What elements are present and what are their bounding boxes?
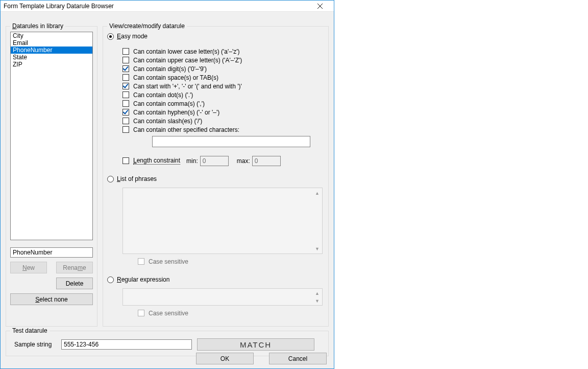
sample-string-label: Sample string	[10, 341, 56, 348]
test-group-label: Test datarule	[10, 327, 50, 334]
list-of-phrases-radio[interactable]: List of phrases	[107, 175, 324, 182]
min-label: min:	[186, 157, 198, 165]
sidebar-group: Datarules in library CityEmailPhoneNumbe…	[6, 26, 97, 327]
regex-case-sensitive-label: Case sensitive	[149, 310, 188, 317]
easy-check-row: Can contain digit(s) ('0'–'9')	[122, 64, 324, 73]
regex-radio[interactable]: Regular expression	[107, 276, 324, 283]
easy-check-row: Can contain other specified characters:	[122, 125, 324, 134]
easy-check[interactable]	[122, 74, 129, 81]
footer-buttons: OK Cancel	[196, 353, 327, 364]
easy-check-row: Can start with '+', '-' or '(' and end w…	[122, 82, 324, 90]
sample-string-input[interactable]	[61, 339, 192, 350]
regex-case-sensitive-check[interactable]	[138, 310, 144, 316]
easy-check[interactable]	[122, 126, 129, 133]
easy-check[interactable]	[122, 65, 129, 72]
list-item[interactable]: ZIP	[11, 61, 92, 68]
list-item[interactable]: PhoneNumber	[11, 47, 92, 54]
easy-check-row: Can contain space(s) or TAB(s)	[122, 73, 324, 82]
detail-group: View/create/modify datarule Easy mode Ca…	[103, 26, 329, 327]
delete-button[interactable]: Delete	[56, 278, 93, 289]
titlebar: Form Template Library Datarule Browser	[1, 1, 334, 12]
close-button[interactable]	[308, 1, 332, 11]
datarule-listbox[interactable]: CityEmailPhoneNumberStateZIP	[10, 32, 93, 240]
length-constraint-label: Length constraint	[133, 157, 180, 165]
easy-check[interactable]	[122, 83, 129, 89]
regex-radio-input[interactable]	[107, 276, 114, 283]
scroll-up-icon[interactable]: ▲	[313, 289, 321, 297]
cancel-button[interactable]: Cancel	[269, 353, 327, 364]
list-item[interactable]: State	[11, 54, 92, 61]
min-input[interactable]	[200, 156, 229, 166]
rename-button[interactable]: Rename	[56, 262, 93, 273]
phrases-case-sensitive-check[interactable]	[138, 258, 144, 265]
scroll-down-icon[interactable]: ▼	[313, 245, 321, 252]
easy-check-row: Can contain hyphen(s) ('-' or '–')	[122, 108, 324, 117]
length-constraint-check[interactable]	[122, 157, 129, 164]
max-input[interactable]	[252, 156, 281, 166]
easy-check[interactable]	[122, 109, 129, 116]
easy-check-row: Can contain lower case letter(s) ('a'–'z…	[122, 47, 324, 56]
easy-check-label: Can contain comma(s) (',')	[133, 100, 205, 107]
ok-button[interactable]: OK	[196, 353, 254, 364]
easy-checks-area: Can contain lower case letter(s) ('a'–'z…	[122, 47, 324, 134]
regex-input[interactable]: ▲ ▼	[122, 288, 323, 306]
easy-check[interactable]	[122, 118, 129, 124]
easy-check-label: Can start with '+', '-' or '(' and end w…	[133, 83, 242, 90]
datarule-name-input[interactable]	[10, 247, 93, 258]
sidebar-group-label: Datarules in library	[10, 22, 65, 30]
easy-check-row: Can contain comma(s) (',')	[122, 99, 324, 108]
easy-check-row: Can contain upper case letter(s) ('A'–'Z…	[122, 56, 324, 64]
close-icon	[317, 4, 323, 9]
easy-check[interactable]	[122, 48, 129, 55]
easy-check-label: Can contain digit(s) ('0'–'9')	[133, 65, 207, 73]
phrases-case-sensitive-label: Case sensitive	[149, 258, 188, 265]
easy-check-row: Can contain slash(es) ('/')	[122, 117, 324, 125]
easy-check[interactable]	[122, 91, 129, 98]
window-title: Form Template Library Datarule Browser	[4, 3, 308, 10]
list-item[interactable]: City	[11, 32, 92, 39]
list-item[interactable]: Email	[11, 39, 92, 47]
easy-check-label: Can contain upper case letter(s) ('A'–'Z…	[133, 57, 242, 64]
scroll-up-icon[interactable]: ▲	[313, 189, 321, 197]
phrases-textarea[interactable]: ▲ ▼	[122, 188, 323, 254]
match-button[interactable]: MATCH	[197, 338, 314, 351]
easy-mode-radio-input[interactable]	[107, 33, 114, 40]
select-none-button[interactable]: Select none	[10, 293, 93, 305]
easy-check-label: Can contain other specified characters:	[133, 126, 239, 133]
max-label: max:	[237, 157, 250, 165]
easy-check-row: Can contain dot(s) ('.')	[122, 90, 324, 99]
easy-check-label: Can contain dot(s) ('.')	[133, 91, 193, 99]
client-area: Datarules in library CityEmailPhoneNumbe…	[1, 12, 334, 368]
easy-check-label: Can contain space(s) or TAB(s)	[133, 74, 218, 81]
easy-check-label: Can contain hyphen(s) ('-' or '–')	[133, 109, 219, 116]
easy-check-label: Can contain slash(es) ('/')	[133, 118, 202, 125]
new-button[interactable]: New	[10, 262, 47, 273]
detail-group-label: View/create/modify datarule	[107, 22, 187, 30]
easy-check[interactable]	[122, 100, 129, 107]
easy-check-label: Can contain lower case letter(s) ('a'–'z…	[133, 48, 240, 55]
dialog-window: Form Template Library Datarule Browser D…	[0, 0, 334, 369]
easy-check[interactable]	[122, 57, 129, 63]
other-chars-input[interactable]	[152, 136, 310, 147]
scroll-down-icon[interactable]: ▼	[313, 297, 321, 305]
easy-mode-radio[interactable]: Easy mode	[107, 33, 324, 40]
list-of-phrases-radio-input[interactable]	[107, 176, 114, 182]
